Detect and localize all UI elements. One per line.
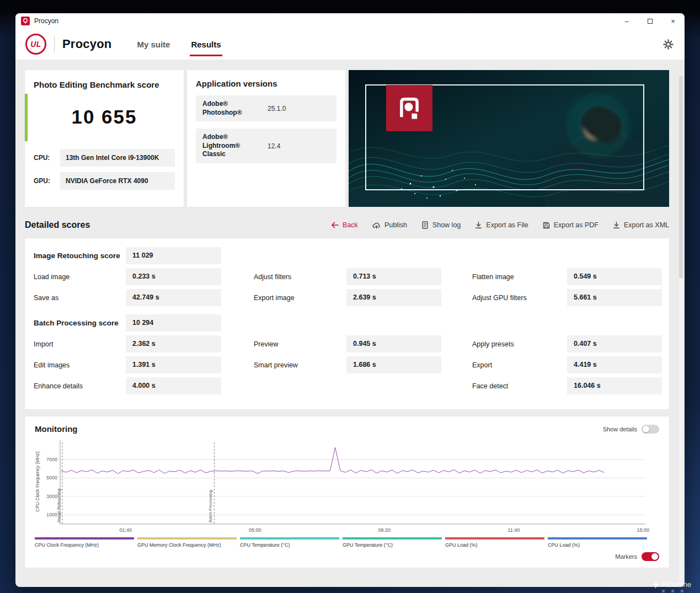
legend-label: GPU Temperature (°C) [343,542,442,548]
app-name: Adobe® Lightroom® Classic [202,133,261,159]
show-log-button[interactable]: Show log [421,221,461,229]
monitoring-chart-area: CPU Clock Frequency (MHz) 10003000500070… [35,436,659,535]
legend-swatch [343,537,442,539]
legend-label: CPU Clock Frequency (MHz) [35,542,134,548]
application-versions-card: Application versions Adobe® Photoshop® 2… [187,70,345,207]
procyon-logo [386,85,432,131]
tab-results[interactable]: Results [191,29,221,60]
app-version: 25.1.0 [268,105,286,113]
system-tray-icons [662,590,683,592]
detailed-score-row: Load image0.233 sAdjust filters0.713 sFl… [34,268,660,285]
cpu-label: CPU: [34,154,52,162]
vertical-scrollbar[interactable] [679,76,683,581]
metric-value: 0.549 s [567,268,662,285]
score-label: Image Retouching score [34,252,126,260]
metric-label: Import [34,340,126,348]
save-disk-icon [543,222,550,229]
metric-value: 1.686 s [346,356,441,373]
legend-item: GPU Temperature (°C) [343,537,442,548]
cpu-spec-row: CPU: 13th Gen Intel Core i9-13900K [34,149,175,167]
back-arrow-icon [330,222,339,228]
app-version-row: Adobe® Lightroom® Classic 12.4 [196,129,336,163]
detailed-score-row: Image Retouching score11 029 [34,247,660,264]
watermark: PConline [653,580,691,589]
maximize-button[interactable] [638,13,661,29]
app-name: Adobe® Photoshop® [202,100,261,117]
markers-toggle[interactable] [642,552,659,561]
cpu-value: 13th Gen Intel Core i9-13900K [60,149,175,167]
app-version-row: Adobe® Photoshop® 25.1.0 [196,95,336,121]
legend-item: GPU Memory Clock Frequency (MHz) [137,537,237,548]
procyon-window: Procyon – × UL Procyon My suite Results [15,13,685,587]
show-details-toggle[interactable] [642,425,659,434]
versions-card-title: Application versions [196,79,336,88]
minimize-button[interactable]: – [615,13,638,29]
show-details-label: Show details [603,426,637,432]
legend-item: GPU Load (%) [445,537,544,548]
x-tick-label: 15:00 [637,527,649,533]
metric-label: Apply presets [472,340,567,348]
score-card-title: Photo Editing Benchmark score [34,80,175,89]
gpu-spec-row: GPU: NVIDIA GeForce RTX 4090 [34,172,175,190]
metric-label: Edit images [34,361,126,369]
metric-value: 2.639 s [346,289,441,306]
legend-label: GPU Memory Clock Frequency (MHz) [137,542,237,548]
metric-label: Enhance details [34,382,126,390]
metric-value: 4.419 s [567,356,662,373]
phase-marker-label: Image Retouching [56,489,61,522]
monitoring-title: Monitoring [35,424,77,434]
metric-label: Smart preview [254,361,346,369]
settings-gear-icon[interactable] [663,39,674,50]
results-toolbar: Back Publish Show log [330,221,669,229]
y-tick-label: 5000 [46,475,57,480]
header-divider [54,36,55,52]
window-title: Procyon [34,17,58,25]
brand-title: Procyon [62,37,111,51]
maximize-icon [648,19,653,24]
metric-label: Export [472,361,567,369]
metric-label: Face detect [472,382,567,390]
gpu-value: NVIDIA GeForce RTX 4090 [60,172,175,190]
detailed-scores-title: Detailed scores [25,220,90,230]
watermark-icon [653,581,660,589]
nav-tabs: My suite Results [137,29,221,60]
close-button[interactable]: × [661,13,685,29]
export-pdf-button[interactable]: Export as PDF [543,221,599,229]
detailed-score-row: Enhance details4.000 sFace detect16.046 … [34,377,660,394]
x-tick-label: 08:20 [378,527,391,533]
score-label: Batch Processing score [34,319,126,327]
cpu-frequency-line [61,447,605,473]
app-icon [21,17,30,25]
gpu-label: GPU: [34,177,52,185]
legend-label: GPU Load (%) [445,542,544,548]
publish-button[interactable]: Publish [372,221,407,229]
legend-swatch [35,537,134,539]
phase-marker-label: Batch Processing [208,490,213,522]
back-button[interactable]: Back [330,221,358,229]
toggle-knob [651,553,658,560]
monitoring-chart: 100030005000700001:4005:0008:2011:4015:0… [35,436,659,535]
y-axis-label: CPU Clock Frequency (MHz) [35,439,40,524]
metric-label: Export image [254,294,346,302]
x-tick-label: 11:40 [507,527,520,533]
publish-cloud-icon [372,222,381,229]
scrollbar-thumb[interactable] [679,76,683,278]
metric-label: Save as [34,294,126,302]
legend-label: CPU Temperature (°C) [240,542,339,548]
benchmark-score-card: Photo Editing Benchmark score 10 655 CPU… [25,70,184,207]
export-file-button[interactable]: Export as File [475,221,528,229]
legend-label: CPU Load (%) [548,542,647,548]
toggle-knob [643,426,649,432]
metric-label: Preview [254,340,346,348]
log-document-icon [421,221,429,229]
export-xml-button[interactable]: Export as XML [613,221,669,229]
metric-label: Load image [34,273,126,281]
legend-item: CPU Temperature (°C) [240,537,339,548]
app-header: UL Procyon My suite Results [15,29,685,60]
metric-value: 5.661 s [567,289,662,306]
chart-legend: CPU Clock Frequency (MHz)GPU Memory Cloc… [35,537,659,548]
app-version: 12.4 [268,142,280,150]
legend-swatch [548,537,647,539]
tab-my-suite[interactable]: My suite [137,29,170,60]
titlebar[interactable]: Procyon – × [15,13,685,29]
